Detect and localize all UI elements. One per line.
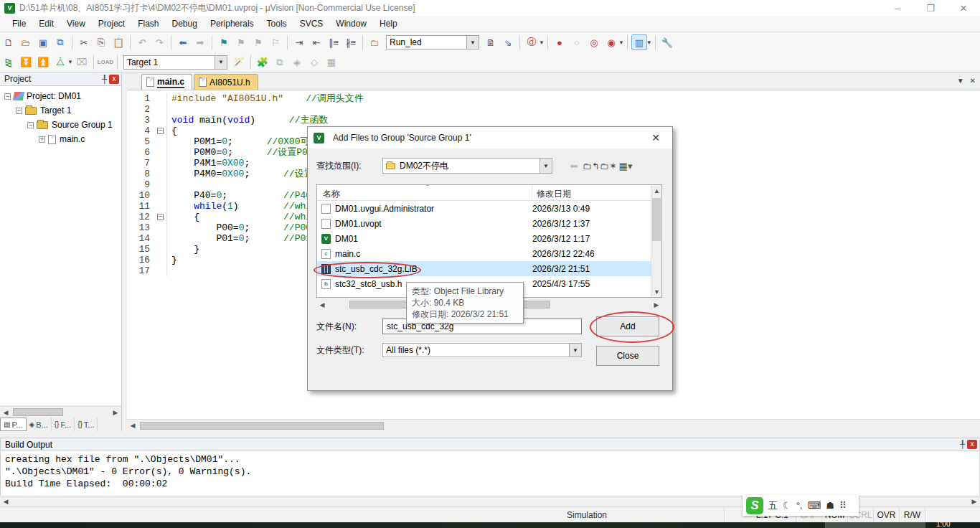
close-button[interactable]: ✕ [947,0,980,16]
scroll-left-icon[interactable]: ◀ [0,407,11,418]
bookmark-icon[interactable]: ⚑ [216,34,232,50]
outdent-icon[interactable]: ⇤ [308,34,324,50]
scroll-left-icon[interactable]: ◀ [0,496,11,507]
bookmark-next-icon[interactable]: ⚑ [250,34,266,50]
rebuild-icon[interactable]: ⏫ [35,55,51,70]
expander-icon[interactable]: − [27,122,34,128]
menu-debug[interactable]: Debug [166,16,204,31]
breakpoint-disable-icon[interactable]: ○ [569,34,585,50]
open-file-icon[interactable]: 🗁 [18,34,34,50]
up-one-level-icon[interactable]: 🗀↰ [583,158,600,174]
sogou-logo-icon[interactable]: S [746,497,763,514]
pin-icon[interactable]: ╀ [960,440,965,449]
moon-icon[interactable]: ☾ [783,500,791,511]
batch-build-icon[interactable]: ⧊ [52,55,68,70]
translate-icon[interactable]: ⧎ [1,55,17,70]
menu-flash[interactable]: Flash [131,16,165,31]
punctuation-icon[interactable]: °, [796,500,803,511]
save-all-icon[interactable]: ⧉ [52,34,68,50]
file-row-main-c[interactable]: cmain.c2026/3/12 22:46 [317,246,661,261]
minimize-button[interactable]: – [881,0,914,16]
target-select[interactable]: Target 1 ▼ [123,55,227,70]
dialog-close-icon[interactable]: ✕ [645,132,666,143]
copy-icon[interactable]: ⎘ [93,34,109,50]
code-line[interactable]: 3void main(void) //主函数 [127,115,980,126]
fold-margin[interactable]: − [156,212,167,222]
find-icon[interactable]: 🗎 [483,34,499,50]
scroll-up-icon[interactable]: ▲ [651,185,662,196]
tab-functions[interactable]: {}F... [52,418,75,431]
breakpoint-dropdown-icon[interactable]: ▼ [618,39,624,46]
editor-tab-ai8051u-h[interactable]: AI8051U.h [194,74,258,90]
menu-help[interactable]: Help [373,16,404,31]
bookmark-clear-icon[interactable]: ⚐ [268,34,283,50]
view-menu-icon[interactable]: ▦▾ [617,158,634,174]
navigate-forward-icon[interactable]: ➡ [192,34,208,50]
grid-icon[interactable]: ⠿ [839,500,847,511]
scroll-down-icon[interactable]: ▼ [651,286,662,297]
tab-close-icon[interactable]: ✕ [970,77,976,85]
indent-icon[interactable]: ⇥ [291,34,307,50]
look-in-select[interactable]: DM02不停电 ▼ [382,158,552,174]
person-icon[interactable]: ☗ [826,500,834,511]
fold-collapse-icon[interactable]: − [157,214,164,220]
menu-view[interactable]: View [60,16,92,31]
target-select-dropdown-icon[interactable]: ▼ [215,56,227,69]
bookmark-prev-icon[interactable]: ⚑ [233,34,249,50]
batch-build-dropdown-icon[interactable]: ▼ [67,59,73,65]
new-file-icon[interactable]: 🗋 [1,34,17,50]
uncomment-icon[interactable]: ∦≡ [343,34,359,50]
keyboard-icon[interactable]: ⌨ [807,500,821,511]
options-for-target-icon[interactable]: 🪄 [231,55,247,70]
menu-tools[interactable]: Tools [260,16,293,31]
search-combo[interactable]: Run_led ▼ [386,35,479,50]
cut-icon[interactable]: ✂ [76,34,92,50]
menu-peripherals[interactable]: Peripherals [204,16,260,31]
scroll-right-icon[interactable]: ▶ [651,299,662,310]
comment-icon[interactable]: ∥≡ [326,34,341,50]
file-row-dm01-uvgui-administrator[interactable]: DM01.uvgui.Administrator2026/3/13 0:49 [317,201,661,216]
filetype-select[interactable]: All files (*.*) ▼ [382,343,582,357]
tab-templates[interactable]: {}T... [75,418,98,431]
scroll-left-icon[interactable]: ◀ [127,420,138,431]
menu-edit[interactable]: Edit [32,16,60,31]
file-list-vscrollbar[interactable]: ▲ ▼ [651,185,661,297]
project-panel-close-icon[interactable]: x [109,75,119,84]
expander-icon[interactable]: + [39,136,45,143]
fold-collapse-icon[interactable]: − [157,128,164,134]
column-date[interactable]: 修改日期 [532,185,661,200]
panel-splitter[interactable] [122,72,127,431]
ime-mode-label[interactable]: 五 [768,499,778,512]
project-panel-hscrollbar[interactable]: ◀ ▶ [0,406,121,418]
redo-icon[interactable]: ↷ [151,34,167,50]
close-button[interactable]: Close [596,346,659,366]
tree-node-project[interactable]: − Project: DM01 [0,89,121,103]
editor-tab-main-c[interactable]: main.c [141,74,192,90]
tab-books[interactable]: ◈B... [27,418,52,431]
fold-margin[interactable]: − [156,126,167,136]
scroll-right-icon[interactable]: ▶ [110,407,121,418]
download-icon[interactable]: LOAD [98,55,113,70]
new-folder-icon[interactable]: 🗀✶ [600,158,617,174]
look-in-dropdown-icon[interactable]: ▼ [540,159,552,173]
paste-icon[interactable]: 📋 [110,34,126,50]
window-layout-icon[interactable]: ▥ [631,34,647,50]
tree-node-source-group[interactable]: − Source Group 1 [0,118,121,132]
pin-icon[interactable]: ╀ [102,75,107,84]
menu-svcs[interactable]: SVCS [293,16,330,31]
file-row-dm01-uvopt[interactable]: DM01.uvopt2026/3/12 1:37 [317,216,661,231]
configuration-wrench-icon[interactable]: 🔧 [659,34,675,50]
file-row-stc-usb-cdc-32g-lib[interactable]: stc_usb_cdc_32g.LIB2026/3/2 21:51 [317,261,661,276]
add-button[interactable]: Add [596,316,659,336]
expander-icon[interactable]: − [16,108,22,114]
menu-window[interactable]: Window [329,16,373,31]
manage-project-items-icon[interactable]: 🧩 [255,55,270,70]
undo-icon[interactable]: ↶ [134,34,150,50]
menu-project[interactable]: Project [92,16,131,31]
file-row-dm01[interactable]: VDM012026/3/12 1:17 [317,231,661,246]
dialog-title-bar[interactable]: V Add Files to Group 'Source Group 1' ✕ [308,127,672,148]
breakpoint-kill-all-icon[interactable]: ◉ [603,34,619,50]
build-output-close-icon[interactable]: x [967,440,977,449]
tab-list-dropdown-icon[interactable]: ▼ [957,77,964,85]
window-layout-dropdown-icon[interactable]: ▼ [646,39,652,46]
